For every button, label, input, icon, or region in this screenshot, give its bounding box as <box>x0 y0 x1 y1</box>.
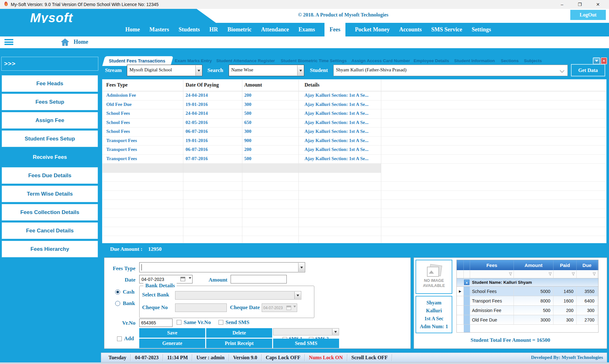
bank-radio[interactable] <box>115 301 120 306</box>
add-checkbox[interactable] <box>117 336 122 341</box>
nav-item-home[interactable]: Home <box>125 23 140 36</box>
cheque-date-picker[interactable]: 04-07-2023 <box>262 303 297 312</box>
tab-student-fees-transactions[interactable]: Student Fees Transactions <box>103 56 171 66</box>
add-label[interactable]: Add <box>124 335 134 342</box>
search-dropdown-arrow-icon[interactable] <box>297 65 304 75</box>
home-icon[interactable] <box>61 38 69 47</box>
fees-type-combobox[interactable] <box>139 262 305 272</box>
transactions-table[interactable]: Fees TypeDate Of PayingAmountDetailsAdmi… <box>102 79 606 243</box>
select-bank-combobox[interactable] <box>175 291 301 300</box>
nav-item-biometric[interactable]: Biometric <box>227 23 252 36</box>
same-vr-no-label[interactable]: Same Vr.No <box>184 319 211 326</box>
student-chevron-down-icon[interactable] <box>560 68 564 73</box>
grid-filter-cell[interactable] <box>514 270 553 278</box>
print-receipt-button[interactable]: Print Receipt <box>206 339 272 348</box>
grid-filter-cell[interactable] <box>553 270 577 278</box>
nav-item-sms-service[interactable]: SMS Service <box>431 23 462 36</box>
generate-button[interactable]: Generate <box>139 339 205 348</box>
table-row[interactable]: School Fees02-05-2016650Ajay Kalluri Sec… <box>102 119 606 128</box>
fees-type-dropdown-arrow-icon[interactable] <box>298 263 304 272</box>
table-new-row[interactable] <box>102 164 381 173</box>
send-sms-check-label[interactable]: Send SMS <box>226 319 249 326</box>
tab-subjects[interactable]: Subjects <box>524 56 542 66</box>
sidebar-expander[interactable]: >>> <box>1 57 98 71</box>
grid-row[interactable]: Transport Fees800016006400 <box>457 296 598 306</box>
get-data-button[interactable]: Get Data <box>571 64 605 76</box>
sidebar-item-fee-cancel-details[interactable]: Fee Cancel Details <box>2 222 98 239</box>
column-header-fees-type[interactable]: Fees Type <box>106 82 128 88</box>
table-row[interactable]: Transport Fees06-07-2016200Ajay Kalluri … <box>102 146 606 155</box>
sidebar-item-fees-due-details[interactable]: Fees Due Details <box>2 167 98 184</box>
grid-filter-cell[interactable] <box>577 270 598 278</box>
table-row[interactable]: Admission Fee24-04-2014200Ajay Kalluri S… <box>102 91 606 101</box>
nav-item-fees[interactable]: Fees <box>324 23 345 36</box>
tab-assign-access-card-number[interactable]: Assign Access Card Number <box>351 56 410 66</box>
save-button[interactable]: Save <box>139 328 205 338</box>
minimize-button[interactable]: – <box>555 0 569 9</box>
tab-close-icon[interactable]: ✕ <box>601 57 607 64</box>
tab-scroll-dropdown-icon[interactable] <box>593 57 600 64</box>
nav-item-accounts[interactable]: Accounts <box>399 23 422 36</box>
tab-student-information[interactable]: Student Information <box>454 56 495 66</box>
filter-funnel-icon[interactable] <box>572 272 575 276</box>
table-row[interactable]: School Fees06-07-2016300Ajay Kalluri Sec… <box>102 127 606 137</box>
sms-template-combobox[interactable] <box>273 328 339 335</box>
filter-funnel-icon[interactable] <box>548 272 552 276</box>
grid-column-amount[interactable]: Amount <box>514 260 553 270</box>
grid-row[interactable]: Old Fee Due30003002700 <box>457 315 598 325</box>
tab-sections[interactable]: Sections <box>501 56 519 66</box>
logout-button[interactable]: LogOut <box>570 10 606 20</box>
hamburger-menu-icon[interactable] <box>4 39 13 46</box>
send-sms-button[interactable]: Send SMS <box>273 339 339 348</box>
cash-radio[interactable] <box>115 289 120 295</box>
stream-dropdown-arrow-icon[interactable] <box>195 65 202 75</box>
filter-funnel-icon[interactable] <box>509 272 512 276</box>
column-header-amount[interactable]: Amount <box>244 82 262 88</box>
column-header-date-of-paying[interactable]: Date Of Paying <box>186 82 219 88</box>
table-row[interactable]: Old Fee Due19-01-2016300Ajay Kalluri Sec… <box>102 101 606 110</box>
grid-row[interactable]: ▶School Fees500014503550 <box>457 287 598 296</box>
grid-column-paid[interactable]: Paid <box>553 260 577 270</box>
sidebar-item-receive-fees[interactable]: Receive Fees <box>2 149 98 166</box>
table-row[interactable]: School Fees24-04-2014500Ajay Kalluri Sec… <box>102 109 606 119</box>
column-header-details[interactable]: Details <box>304 82 319 88</box>
sidebar-item-student-fees-setup[interactable]: Student Fees Setup <box>2 130 98 147</box>
sidebar-item-fee-heads[interactable]: Fee Heads <box>2 75 98 92</box>
cash-label[interactable]: Cash <box>123 289 134 295</box>
amount-input[interactable] <box>231 275 287 283</box>
tab-employee-details[interactable]: Employee Details <box>414 56 449 66</box>
grid-row[interactable]: Admission Fee500200300 <box>457 306 598 315</box>
vr-no-input[interactable] <box>139 319 173 327</box>
breadcrumb-home[interactable]: Home <box>74 39 88 45</box>
cheque-no-input[interactable] <box>175 303 227 312</box>
sidebar-item-fees-hierarchy[interactable]: Fees Hierarchy <box>2 241 98 257</box>
nav-item-attendance[interactable]: Attendance <box>261 23 289 36</box>
nav-item-hr[interactable]: HR <box>209 23 218 36</box>
tab-exam-marks-entry[interactable]: Exam Marks Entry <box>175 56 212 66</box>
nav-item-masters[interactable]: Masters <box>149 23 169 36</box>
stream-select[interactable]: Mysoft Digital School <box>127 65 202 76</box>
nav-item-settings[interactable]: Settings <box>472 23 491 36</box>
send-sms-checkbox[interactable] <box>219 320 223 325</box>
collapse-icon[interactable]: ▲ <box>464 280 469 285</box>
nav-item-pocket-money[interactable]: Pocket Money <box>355 23 390 36</box>
nav-item-exams[interactable]: Exams <box>298 23 315 36</box>
sidebar-item-fees-collection-details[interactable]: Fees Collection Details <box>2 204 98 221</box>
search-mode-select[interactable]: Name Wise <box>229 65 304 76</box>
tab-student-attendance-register[interactable]: Student Attendance Register <box>216 56 275 66</box>
filter-funnel-icon[interactable] <box>593 272 596 276</box>
grid-column-due[interactable]: Due <box>577 260 598 270</box>
tab-student-biometric-time-settings[interactable]: Student Biometric Time Settings <box>281 56 347 66</box>
date-picker[interactable]: 04-07-2023 <box>139 275 193 283</box>
date-dropdown-arrow-icon[interactable] <box>189 277 191 280</box>
bank-label[interactable]: Bank <box>123 300 135 307</box>
table-row[interactable]: Transport Fees07-07-2016500Ajay Kalluri … <box>102 155 606 164</box>
grid-filter-cell[interactable] <box>470 270 514 278</box>
close-button[interactable]: ✕ <box>591 0 605 9</box>
grid-group-row[interactable]: ▲Student Name: Kalluri Shyam <box>457 278 598 287</box>
calendar-icon[interactable] <box>180 277 185 281</box>
student-select[interactable]: Shyam Kalluri (Father-Shiva Prasad) <box>333 65 568 76</box>
delete-button[interactable]: Delete <box>206 328 272 338</box>
nav-item-students[interactable]: Students <box>179 23 200 36</box>
same-vr-no-checkbox[interactable] <box>177 320 181 325</box>
